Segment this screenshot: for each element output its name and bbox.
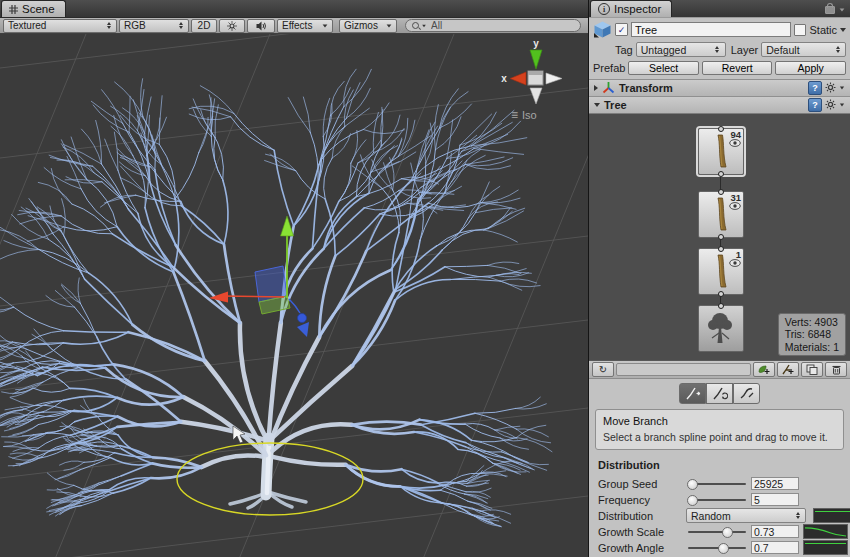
foldout-arrow-icon[interactable]	[594, 103, 600, 107]
move-gizmo[interactable]	[209, 216, 309, 337]
growth-scale-label: Growth Scale	[598, 526, 686, 538]
gear-caret-icon	[840, 103, 844, 106]
rotate-branch-tool[interactable]	[706, 383, 733, 404]
tree-component-header[interactable]: Tree ?	[589, 96, 850, 113]
add-leaf-button[interactable]	[753, 362, 775, 377]
group-seed-value[interactable]: 25925	[751, 477, 799, 490]
shading-mode-label: Textured	[8, 20, 46, 31]
lighting-toggle-button[interactable]	[219, 19, 245, 33]
branch-node-2[interactable]: 31	[698, 191, 744, 238]
gameobject-name-field[interactable]	[631, 22, 791, 37]
branch-node-3[interactable]: 1	[698, 248, 744, 295]
render-channels-dropdown[interactable]: RGB	[119, 19, 189, 33]
static-checkbox[interactable]	[794, 24, 806, 36]
duplicate-button[interactable]	[801, 362, 823, 377]
gear-caret-icon	[840, 87, 844, 90]
group-seed-row: Group Seed 25925	[598, 477, 845, 490]
axis-y-cone	[530, 50, 542, 69]
growth-scale-curve-preview[interactable]	[803, 524, 848, 539]
growth-scale-slider[interactable]	[686, 525, 748, 538]
frequency-label: Frequency	[598, 494, 686, 506]
gizmos-dropdown[interactable]: Gizmos	[339, 19, 397, 33]
tab-scene[interactable]: Scene	[1, 0, 66, 17]
group-seed-label: Group Seed	[598, 478, 686, 490]
help-icon[interactable]: ?	[808, 98, 822, 112]
move-branch-icon	[685, 387, 701, 400]
2d-toggle-button[interactable]: 2D	[191, 19, 217, 33]
prefab-apply-button[interactable]: Apply	[775, 61, 846, 75]
audio-toggle-button[interactable]	[247, 19, 275, 33]
gizmo-z-arrowhead	[297, 322, 309, 337]
growth-angle-slider[interactable]	[686, 541, 748, 554]
scene-tabbar: Scene	[0, 0, 588, 18]
growth-angle-value[interactable]: 0.7	[751, 541, 799, 554]
prefab-select-button[interactable]: Select	[628, 61, 699, 75]
projection-mode-label[interactable]: ≡ Iso	[511, 108, 537, 122]
group-seed-slider[interactable]	[686, 477, 748, 490]
axis-x-cone	[510, 72, 526, 85]
gameobject-cube-icon[interactable]	[593, 21, 612, 38]
axis-x-label: x	[501, 73, 507, 84]
tris-stat: Tris: 6848	[785, 328, 839, 341]
refresh-button[interactable]: ↻	[592, 362, 614, 377]
tool-help-description: Select a branch spline point and drag to…	[603, 431, 836, 443]
gear-icon[interactable]	[825, 99, 836, 110]
speaker-icon	[256, 21, 267, 31]
delete-button[interactable]	[825, 362, 847, 377]
help-icon[interactable]: ?	[808, 81, 822, 95]
node-connector-dot	[718, 234, 724, 240]
transform-component-header[interactable]: Transform ?	[589, 79, 850, 96]
frequency-value[interactable]: 5	[751, 493, 799, 506]
search-input[interactable]	[429, 19, 574, 32]
static-label: Static	[809, 24, 837, 36]
sun-icon	[227, 21, 237, 31]
distribution-section: Distribution Group Seed 25925 Frequency …	[589, 450, 850, 557]
tab-menu-icon[interactable]	[840, 8, 845, 11]
distribution-dropdown[interactable]: Random	[686, 508, 806, 523]
tag-dropdown[interactable]: Untagged	[636, 42, 726, 57]
layer-dropdown[interactable]: Default	[761, 42, 846, 57]
add-branch-button[interactable]	[777, 362, 799, 377]
inspector-tab-label: Inspector	[614, 3, 661, 15]
active-checkbox[interactable]: ✓	[615, 23, 628, 36]
branch-node-1[interactable]: 94	[698, 128, 744, 175]
freehand-branch-icon	[739, 387, 755, 400]
scene-3d-view: y x	[0, 34, 588, 557]
verts-stat: Verts: 4903	[785, 316, 839, 329]
effects-dropdown[interactable]: Effects	[277, 19, 333, 33]
prefab-revert-button[interactable]: Revert	[702, 61, 773, 75]
tree-node-hierarchy[interactable]: 94 31	[589, 113, 850, 360]
tab-inspector[interactable]: i Inspector	[590, 0, 672, 17]
visibility-eye-icon[interactable]	[729, 139, 741, 147]
scene-search-field[interactable]	[405, 19, 581, 32]
visibility-eye-icon[interactable]	[729, 202, 741, 210]
tool-help-title: Move Branch	[603, 415, 836, 427]
distribution-curve-preview[interactable]	[813, 508, 850, 523]
leaf-plus-icon	[757, 364, 771, 375]
static-dropdown-icon[interactable]	[840, 28, 846, 32]
axis-cube-top	[528, 71, 543, 75]
scene-toolbar: Textured RGB 2D	[0, 18, 588, 34]
growth-scale-value[interactable]: 0.73	[751, 525, 799, 538]
move-branch-tool[interactable]	[679, 383, 706, 404]
scene-viewport[interactable]: y x ≡ Iso	[0, 34, 588, 557]
orientation-gizmo[interactable]: y x	[501, 38, 562, 104]
shading-mode-dropdown[interactable]: Textured	[3, 19, 117, 33]
trash-icon	[831, 364, 842, 375]
dropdown-arrows-icon	[105, 22, 112, 29]
growth-angle-curve-preview[interactable]	[803, 540, 848, 555]
node-connector-dot	[718, 171, 724, 177]
gear-icon[interactable]	[825, 82, 836, 93]
freehand-branch-tool[interactable]	[733, 383, 760, 404]
rotate-branch-icon	[712, 387, 728, 400]
unity-editor-window: Scene Textured RGB 2D	[0, 0, 850, 557]
hierarchy-toolbar: ↻	[589, 360, 850, 379]
gizmo-x-arrow	[222, 296, 284, 297]
foldout-arrow-icon[interactable]	[594, 85, 598, 91]
scene-tab-label: Scene	[22, 3, 55, 15]
distribution-row: Distribution Random	[598, 509, 845, 522]
frequency-slider[interactable]	[686, 493, 748, 506]
lock-icon[interactable]	[825, 6, 835, 14]
tree-root-node[interactable]	[698, 305, 744, 352]
visibility-eye-icon[interactable]	[729, 259, 741, 267]
